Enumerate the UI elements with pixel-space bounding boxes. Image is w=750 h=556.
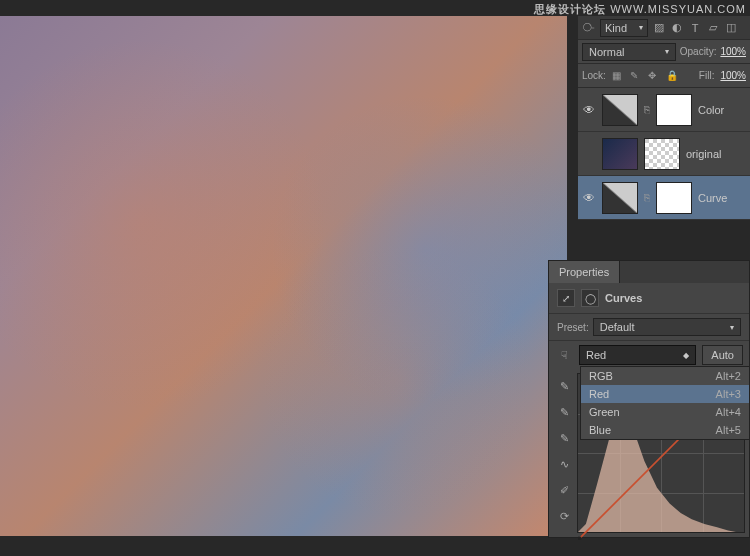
blend-mode-select[interactable]: Normal (582, 43, 676, 61)
layer-row[interactable]: 👁 ⎘ Color (578, 88, 750, 132)
layer-row[interactable]: original (578, 132, 750, 176)
lock-transparent-icon[interactable]: ▦ (612, 70, 624, 82)
filter-adjust-icon[interactable]: ◐ (670, 21, 684, 35)
properties-header: ⤢ ◯ Curves (549, 283, 749, 314)
link-icon: ⎘ (644, 192, 650, 203)
channel-option-rgb[interactable]: RGBAlt+2 (581, 367, 749, 385)
blend-row: Normal Opacity: 100% (578, 40, 750, 64)
curves-tools: ✎ ✎ ✎ ∿ ✐ ⟳ (553, 373, 575, 533)
layer-thumb[interactable] (602, 94, 638, 126)
fill-label: Fill: (699, 70, 715, 81)
layer-thumb[interactable] (602, 138, 638, 170)
kind-select[interactable]: Kind (600, 19, 648, 37)
filter-smart-icon[interactable]: ◫ (724, 21, 738, 35)
layer-mask[interactable] (656, 182, 692, 214)
visibility-toggle[interactable]: 👁 (582, 103, 596, 117)
mask-icon[interactable]: ◯ (581, 289, 599, 307)
layer-name[interactable]: Curve (698, 192, 727, 204)
channel-option-green[interactable]: GreenAlt+4 (581, 403, 749, 421)
curves-icon: ⤢ (557, 289, 575, 307)
layers-panel: ⧃ Kind ▨ ◐ T ▱ ◫ Normal Opacity: 100% Lo… (578, 16, 750, 220)
channel-option-blue[interactable]: BlueAlt+5 (581, 421, 749, 439)
watermark: 思缘设计论坛 WWW.MISSYUAN.COM (534, 2, 746, 17)
lock-row: Lock: ▦ ✎ ✥ 🔒 Fill: 100% (578, 64, 750, 88)
auto-button[interactable]: Auto (702, 345, 743, 365)
channel-row: ☟ Red RGBAlt+2 RedAlt+3 GreenAlt+4 BlueA… (549, 341, 749, 369)
link-icon: ⎘ (644, 104, 650, 115)
filter-icon: ⧃ (582, 21, 596, 35)
canvas[interactable] (0, 16, 567, 536)
channel-select[interactable]: Red RGBAlt+2 RedAlt+3 GreenAlt+4 BlueAlt… (579, 345, 696, 365)
eyedropper-gray-icon[interactable]: ✎ (555, 403, 573, 421)
preset-select[interactable]: Default (593, 318, 741, 336)
svg-rect-1 (578, 537, 581, 540)
layer-thumb[interactable] (602, 182, 638, 214)
filter-pixel-icon[interactable]: ▨ (652, 21, 666, 35)
channel-option-red[interactable]: RedAlt+3 (581, 385, 749, 403)
curve-draw-icon[interactable]: ✐ (555, 481, 573, 499)
opacity-label: Opacity: (680, 46, 717, 57)
lock-position-icon[interactable]: ✥ (648, 70, 660, 82)
channel-dropdown: RGBAlt+2 RedAlt+3 GreenAlt+4 BlueAlt+5 (580, 366, 750, 440)
eyedropper-white-icon[interactable]: ✎ (555, 429, 573, 447)
visibility-toggle[interactable]: 👁 (582, 191, 596, 205)
properties-tabs: Properties (549, 261, 749, 283)
layer-name[interactable]: Color (698, 104, 724, 116)
tab-properties[interactable]: Properties (549, 261, 620, 283)
curve-smooth-icon[interactable]: ⟳ (555, 507, 573, 525)
preset-label: Preset: (557, 322, 589, 333)
curve-point-icon[interactable]: ∿ (555, 455, 573, 473)
fill-value[interactable]: 100% (720, 70, 746, 81)
adjustment-title: Curves (605, 292, 642, 304)
filter-type-icon[interactable]: T (688, 21, 702, 35)
filter-shape-icon[interactable]: ▱ (706, 21, 720, 35)
layer-mask[interactable] (644, 138, 680, 170)
layer-list: 👁 ⎘ Color original 👁 ⎘ Curve (578, 88, 750, 220)
eyedropper-black-icon[interactable]: ✎ (555, 377, 573, 395)
layer-filter-row: ⧃ Kind ▨ ◐ T ▱ ◫ (578, 16, 750, 40)
lock-pixels-icon[interactable]: ✎ (630, 70, 642, 82)
layer-row[interactable]: 👁 ⎘ Curve (578, 176, 750, 220)
properties-panel: Properties ⤢ ◯ Curves Preset: Default ☟ … (548, 260, 750, 538)
lock-label: Lock: (582, 70, 606, 81)
lock-all-icon[interactable]: 🔒 (666, 70, 678, 82)
preset-row: Preset: Default (549, 314, 749, 341)
layer-name[interactable]: original (686, 148, 721, 160)
layer-mask[interactable] (656, 94, 692, 126)
opacity-value[interactable]: 100% (720, 46, 746, 57)
target-adjust-icon[interactable]: ☟ (555, 346, 573, 364)
